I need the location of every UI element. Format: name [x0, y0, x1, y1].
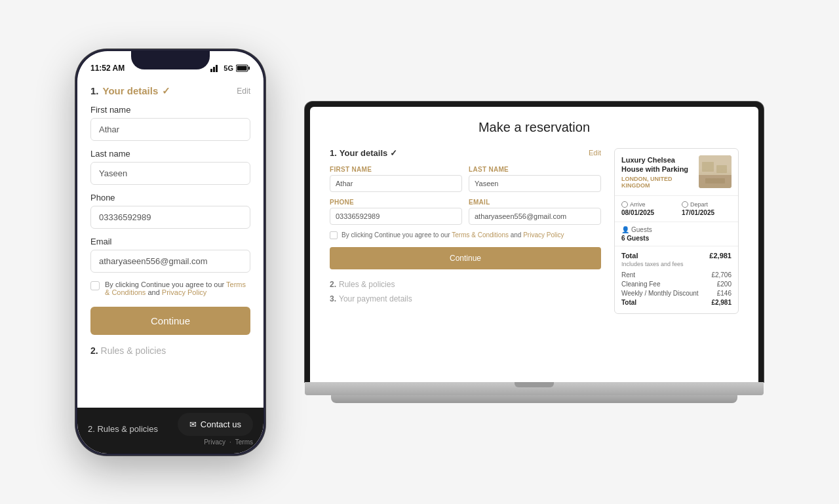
arrive-label: Arrive — [621, 201, 671, 208]
property-location: LONDON, UNITED KINGDOM — [621, 176, 693, 189]
phone-step1-label: Your details — [103, 85, 159, 96]
laptop-terms-text: By clicking Continue you agree to our Te… — [341, 231, 564, 239]
pricing-cleaning-row: Cleaning Fee £200 — [621, 281, 732, 288]
arrive-col: Arrive 08/01/2025 — [621, 201, 671, 216]
laptop-form-section: 1. Your details ✓ Edit First name — [330, 148, 601, 322]
phone-lastname-input[interactable] — [90, 162, 250, 185]
laptop-privacy-link[interactable]: Privacy Policy — [523, 231, 564, 239]
depart-col: Depart 17/01/2025 — [682, 201, 732, 216]
laptop-hinge-notch — [515, 382, 554, 387]
pricing-final-total-row: Total £2,981 — [621, 299, 732, 306]
laptop-lastname-input[interactable] — [469, 175, 601, 192]
pricing-includes: Includes taxes and fees — [621, 261, 732, 267]
laptop-lastname-label: Last name — [469, 166, 601, 173]
laptop-foot — [331, 395, 737, 403]
svg-rect-0 — [210, 69, 212, 72]
laptop-phone-input[interactable] — [330, 208, 462, 225]
phone-phone-input[interactable] — [90, 206, 250, 229]
phone-signal: 5G — [210, 64, 250, 72]
svg-rect-4 — [248, 66, 250, 69]
battery-icon — [236, 64, 250, 72]
phone-step2-collapsed: 2. Rules & policies — [88, 424, 158, 434]
phone-terms-text: By clicking Continue you agree to our Te… — [105, 281, 250, 296]
privacy-link[interactable]: Privacy — [204, 438, 225, 446]
signal-icon — [210, 64, 221, 72]
laptop-terms-row: By clicking Continue you agree to our Te… — [330, 231, 601, 239]
contact-us-button[interactable]: ✉ Contact us — [178, 413, 253, 436]
final-total-value: £2,981 — [711, 299, 732, 306]
phone-privacy-link[interactable]: Privacy Policy — [162, 288, 206, 296]
laptop-step1-check: ✓ — [390, 148, 397, 158]
laptop-step1-title: 1. Your details ✓ — [330, 148, 397, 158]
phone-terms-checkbox[interactable] — [90, 281, 100, 290]
phone-step1-num: 1. — [90, 85, 99, 96]
laptop-screen: Make a reservation 1. Your details ✓ — [310, 107, 758, 382]
phone-notch — [131, 51, 210, 69]
laptop-firstname-label: First name — [330, 166, 462, 173]
laptop-phone-label: Phone — [330, 199, 462, 206]
guest-icon: 👤 — [621, 226, 629, 233]
laptop-name-row: First name Last name — [330, 166, 601, 192]
svg-rect-7 — [699, 155, 732, 188]
phone-email-input[interactable] — [90, 250, 250, 273]
svg-rect-1 — [213, 67, 215, 72]
rent-label: Rent — [621, 271, 635, 279]
room-image — [699, 155, 732, 188]
depart-label: Depart — [682, 201, 732, 208]
final-total-label: Total — [621, 299, 636, 306]
scene: 11:52 AM 5G — [0, 23, 839, 482]
laptop-step2-collapsed: 2. Rules & policies — [330, 280, 601, 289]
arrive-icon — [621, 201, 628, 208]
envelope-icon: ✉ — [189, 419, 197, 429]
dates-row: Arrive 08/01/2025 Depart — [615, 196, 738, 222]
phone-firstname-label: First name — [90, 105, 250, 115]
phone-step1-check: ✓ — [162, 85, 170, 97]
phone-bottom-bar: 2. Rules & policies ✉ Contact us Privacy… — [77, 408, 263, 454]
svg-rect-9 — [702, 162, 714, 172]
laptop-edit-link[interactable]: Edit — [589, 149, 601, 157]
guests-label: 👤 Guests — [621, 226, 732, 233]
cleaning-value: £200 — [717, 281, 732, 288]
laptop-main: 1. Your details ✓ Edit First name — [330, 148, 739, 322]
laptop-firstname-input[interactable] — [330, 175, 462, 192]
depart-icon — [682, 201, 688, 208]
phone-firstname-input[interactable] — [90, 118, 250, 141]
laptop-terms-checkbox[interactable] — [330, 231, 338, 239]
discount-value: £146 — [717, 290, 732, 297]
phone-phone-label: Phone — [90, 193, 250, 203]
laptop-step1-num: 1. — [330, 148, 337, 158]
laptop-contact-row: Phone Email — [330, 199, 601, 225]
phone-device: 11:52 AM 5G — [75, 49, 265, 456]
laptop-firstname-field: First name — [330, 166, 462, 192]
laptop-continue-button[interactable]: Continue — [330, 247, 601, 269]
laptop-step1-label: Your details — [340, 148, 387, 158]
arrive-date: 08/01/2025 — [621, 209, 671, 216]
pricing-section: Total £2,981 Includes taxes and fees Ren… — [615, 246, 738, 313]
laptop-step3-collapsed: 3. Your payment details — [330, 294, 601, 303]
laptop-email-input[interactable] — [469, 208, 601, 225]
property-info: Luxury Chelsea House with Parking LONDON… — [621, 155, 693, 189]
svg-rect-11 — [705, 178, 725, 184]
property-name: Luxury Chelsea House with Parking — [621, 155, 693, 174]
phone-privacy-terms: Privacy · Terms — [204, 438, 253, 446]
terms-link[interactable]: Terms — [235, 438, 253, 446]
laptop-phone-field: Phone — [330, 199, 462, 225]
laptop-email-label: Email — [469, 199, 601, 206]
rent-value: £2,706 — [711, 271, 732, 279]
laptop-terms-link[interactable]: Terms & Conditions — [452, 231, 509, 239]
phone-step2: 2. Rules & policies — [90, 345, 250, 356]
laptop-page-title: Make a reservation — [330, 120, 739, 135]
svg-rect-2 — [216, 65, 218, 72]
guests-value: 6 Guests — [621, 235, 732, 242]
svg-rect-5 — [237, 66, 247, 70]
phone-edit-link[interactable]: Edit — [237, 87, 250, 96]
pricing-total-value: £2,981 — [709, 252, 732, 260]
phone-step2-num: 2. — [90, 345, 98, 356]
guests-row: 👤 Guests 6 Guests — [615, 222, 738, 246]
pricing-total-label: Total — [621, 252, 638, 260]
phone-email-label: Email — [90, 237, 250, 246]
pricing-rent-row: Rent £2,706 — [621, 271, 732, 279]
svg-rect-8 — [699, 175, 732, 188]
discount-label: Weekly / Monthly Discount — [621, 290, 699, 297]
phone-continue-button[interactable]: Continue — [90, 307, 250, 335]
